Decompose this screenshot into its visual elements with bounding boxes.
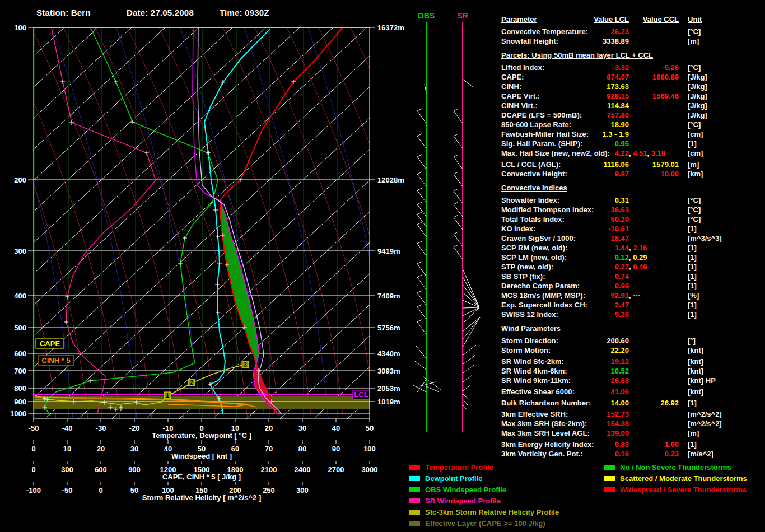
table-row: CAPE:874.071680.89[J/kg] [501, 72, 763, 82]
table-row: Craven SigSvr / 1000:18.47[m^3/s^3] [501, 234, 763, 243]
axis-tick-label: 50 [130, 486, 138, 494]
axis-title: Storm Relative Helicity [ m^2/s^2 ] [142, 493, 261, 502]
value-lcl-cell: 26.68 [501, 376, 629, 385]
axis-tick-label: 20 [265, 424, 273, 432]
table-row: Total Totals Index:50.20[°C] [501, 214, 763, 224]
wind-columns: OBSSR [413, 11, 480, 432]
value-text: 0.49 [633, 263, 647, 271]
value-lcl-cell: 114.84 [501, 101, 629, 110]
unit-cell: [J/kg] [688, 82, 707, 91]
value-lcl-cell: 757.80 [501, 110, 629, 120]
dewpoint-profile [204, 29, 270, 414]
wind-barb-icon [463, 375, 472, 382]
table-row: KO Index:-10.61[1] [501, 224, 763, 234]
wind-barb-icon [454, 111, 463, 123]
value-lcl-cell: 22.20 [501, 346, 629, 355]
wind-barb-icon [417, 212, 422, 214]
altitude-label: 4340m [377, 349, 400, 358]
value-ccl-cell: 26.92 [501, 398, 679, 408]
wind-barb-icon [417, 241, 422, 244]
wind-barb-icon [454, 172, 458, 174]
value-tail-cell: , --- [629, 291, 640, 300]
pressure-label: 1000 [10, 409, 26, 418]
unit-cell: [m^2/s^2] [688, 419, 722, 428]
table-header-row: Parameter Value LCL Value CCL Unit [501, 15, 763, 24]
adiabat-line [127, 27, 248, 419]
wind-barb-icon [454, 204, 463, 217]
value-text: 1.3 - 1.9 [602, 130, 629, 138]
unit-cell: [m^3/s^3] [688, 234, 722, 243]
value-text: 26.92 [660, 399, 679, 407]
value-text: 757.80 [607, 111, 629, 119]
table-row: SR Wind Sfc-2km:19.12[knt] [501, 357, 763, 366]
legend-swatch-icon [409, 465, 420, 470]
table-row: Lifted Index:-3.32-5.26[°C] [501, 63, 763, 72]
obs-column-label: OBS [418, 11, 435, 20]
axis-tick-label: -100 [26, 486, 41, 494]
unit-cell: [°C] [688, 205, 701, 214]
unit-cell: [knt] HP [688, 376, 716, 385]
value-lcl-cell: 1.3 - 1.9 [501, 129, 629, 139]
value-text: 1680.89 [652, 73, 679, 81]
unit-cell: [m] [688, 160, 699, 169]
altitude-label: 5756m [377, 324, 400, 332]
wind-barb-icon [463, 365, 474, 373]
app-window: { "header": { "station": "Station: Bern"… [0, 0, 765, 532]
legend-item: No / Non Severe Thunderstorms [604, 461, 747, 473]
unit-cell: [°C] [688, 195, 701, 205]
axis-tick-label: 100 [363, 445, 376, 453]
axis-tick-label: 70 [265, 445, 273, 453]
table-row: Max. Hail Size (new, new2, old):4.22, 4.… [501, 148, 763, 158]
col-unit: Unit [688, 15, 702, 24]
value-text: --- [633, 291, 640, 300]
table-row: Snowfall Height:3338.89[m] [501, 36, 763, 46]
value-text: 0.95 [615, 139, 629, 148]
pressure-label: 500 [14, 324, 26, 332]
table-row: MCS 18m/s (MMP, MSP):92.91, ---[%] [501, 291, 763, 300]
value-text: 2.47 [615, 301, 629, 309]
wind-barb-icon [417, 322, 426, 334]
adiabat-line [63, 27, 184, 419]
adiabat-line [159, 27, 279, 419]
wind-barb-icon [463, 307, 479, 308]
axis-tick-label: 0 [31, 465, 35, 474]
value-lcl-cell: 26.23 [501, 27, 629, 36]
axis-tick-label: 900 [128, 465, 141, 474]
cape-label: CAPE [40, 339, 60, 348]
wind-barb-icon [463, 79, 473, 87]
unit-cell: [1] [688, 310, 697, 319]
value-text: -9.26 [612, 310, 629, 319]
unit-cell: [knt] [688, 366, 703, 376]
adiabat-line [223, 27, 343, 419]
cape-area [220, 200, 259, 361]
value-lcl-cell: 0.27 [501, 262, 629, 272]
wind-barb-icon [463, 277, 479, 307]
altitude-label: 1019m [377, 398, 400, 406]
unit-cell: [knt] [688, 357, 703, 366]
altitude-label: 9419m [377, 247, 400, 255]
unit-cell: [°C] [688, 27, 701, 36]
value-text: 41.06 [610, 388, 629, 396]
wind-barb-icon [417, 202, 422, 204]
wind-barb-icon [417, 275, 422, 277]
unit-cell: [cm] [688, 129, 703, 139]
legend-label: Dewpoint Profile [425, 474, 483, 483]
value-ccl-cell: 0.23 [501, 449, 679, 459]
legend-item: SR Windspeed Profile [409, 495, 559, 506]
value-text: 0.12 [615, 253, 629, 262]
wind-barb-icon [417, 204, 426, 217]
table-row: 3km Energy Helicity Index:0.831.60[1] [501, 440, 763, 449]
legend-label: Temperature Profile [425, 463, 493, 472]
value-text: 0.27 [615, 263, 629, 271]
value-lcl-cell: 154.38 [501, 419, 629, 428]
table-row: SCP RM (new, old):1.44, 2.16[1] [501, 243, 763, 253]
value-text: -5.26 [662, 63, 679, 72]
wind-barb-icon [454, 202, 458, 204]
value-text: 2.16 [633, 244, 647, 252]
axis-title: Windspeed [ knt ] [171, 452, 232, 460]
unit-cell: [1] [688, 272, 697, 281]
value-ccl-cell: 1.60 [501, 440, 679, 449]
value-text: 1579.01 [652, 160, 679, 169]
legend-swatch-icon [604, 465, 615, 470]
wind-barb-icon [417, 307, 426, 319]
